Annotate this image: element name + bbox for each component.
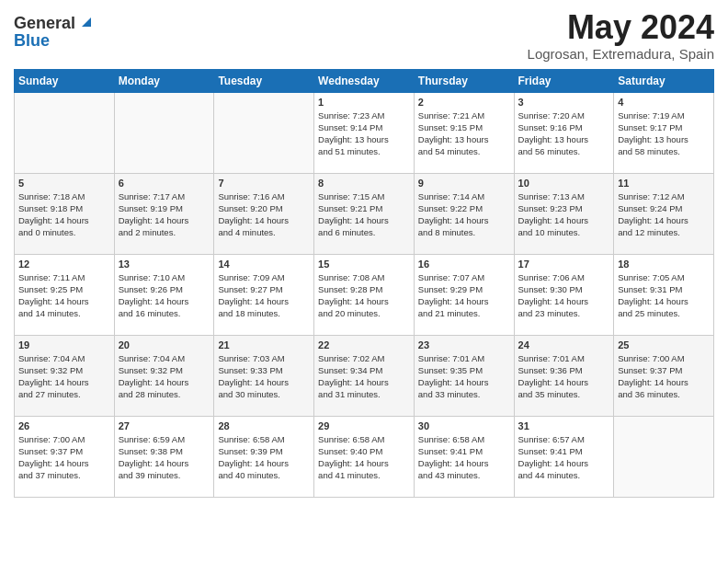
day-number: 7	[218, 178, 310, 189]
calendar-day-cell: 14Sunrise: 7:09 AM Sunset: 9:27 PM Dayli…	[214, 254, 314, 335]
day-number: 25	[618, 339, 710, 350]
day-number: 15	[318, 259, 410, 270]
calendar-day-cell: 2Sunrise: 7:21 AM Sunset: 9:15 PM Daylig…	[414, 92, 514, 173]
calendar-day-cell: 20Sunrise: 7:04 AM Sunset: 9:32 PM Dayli…	[114, 335, 214, 416]
logo-triangle-icon	[79, 14, 94, 29]
calendar-day-cell: 17Sunrise: 7:06 AM Sunset: 9:30 PM Dayli…	[514, 254, 614, 335]
calendar-header-row: SundayMondayTuesdayWednesdayThursdayFrid…	[15, 69, 714, 92]
calendar-day-cell: 27Sunrise: 6:59 AM Sunset: 9:38 PM Dayli…	[114, 416, 214, 497]
day-number: 13	[119, 259, 210, 270]
logo: General Blue	[14, 9, 94, 49]
day-number: 12	[18, 259, 110, 270]
calendar-day-cell: 7Sunrise: 7:16 AM Sunset: 9:20 PM Daylig…	[214, 173, 314, 254]
day-number: 21	[218, 339, 310, 350]
calendar-day-cell	[15, 92, 115, 173]
day-number: 16	[418, 259, 510, 270]
day-number: 31	[518, 420, 610, 431]
day-number: 20	[119, 339, 210, 350]
calendar-day-cell: 13Sunrise: 7:10 AM Sunset: 9:26 PM Dayli…	[114, 254, 214, 335]
day-info: Sunrise: 7:14 AM Sunset: 9:22 PM Dayligh…	[418, 190, 510, 239]
day-number: 24	[518, 339, 610, 350]
day-number: 8	[318, 178, 410, 189]
day-info: Sunrise: 7:19 AM Sunset: 9:17 PM Dayligh…	[618, 109, 710, 158]
day-of-week-header: Monday	[114, 69, 214, 92]
day-info: Sunrise: 6:58 AM Sunset: 9:41 PM Dayligh…	[418, 433, 510, 482]
day-number: 5	[18, 178, 110, 189]
calendar-day-cell: 15Sunrise: 7:08 AM Sunset: 9:28 PM Dayli…	[314, 254, 415, 335]
calendar-day-cell	[614, 416, 714, 497]
month-title: May 2024	[528, 9, 714, 46]
calendar-day-cell: 21Sunrise: 7:03 AM Sunset: 9:33 PM Dayli…	[214, 335, 314, 416]
day-number: 1	[318, 97, 410, 108]
day-number: 14	[218, 259, 310, 270]
calendar-day-cell: 4Sunrise: 7:19 AM Sunset: 9:17 PM Daylig…	[614, 92, 714, 173]
calendar-table: SundayMondayTuesdayWednesdayThursdayFrid…	[14, 69, 714, 498]
day-number: 2	[418, 97, 510, 108]
day-info: Sunrise: 7:07 AM Sunset: 9:29 PM Dayligh…	[418, 271, 510, 320]
day-info: Sunrise: 6:58 AM Sunset: 9:40 PM Dayligh…	[318, 433, 410, 482]
day-info: Sunrise: 7:10 AM Sunset: 9:26 PM Dayligh…	[119, 271, 210, 320]
calendar-day-cell: 11Sunrise: 7:12 AM Sunset: 9:24 PM Dayli…	[614, 173, 714, 254]
day-number: 10	[518, 178, 610, 189]
day-info: Sunrise: 7:09 AM Sunset: 9:27 PM Dayligh…	[218, 271, 310, 320]
day-info: Sunrise: 7:04 AM Sunset: 9:32 PM Dayligh…	[18, 352, 110, 401]
day-number: 30	[418, 420, 510, 431]
day-info: Sunrise: 7:05 AM Sunset: 9:31 PM Dayligh…	[618, 271, 710, 320]
day-number: 6	[119, 178, 210, 189]
calendar-day-cell: 9Sunrise: 7:14 AM Sunset: 9:22 PM Daylig…	[414, 173, 514, 254]
calendar-day-cell	[114, 92, 214, 173]
calendar-week-row: 1Sunrise: 7:23 AM Sunset: 9:14 PM Daylig…	[15, 92, 714, 173]
day-info: Sunrise: 7:11 AM Sunset: 9:25 PM Dayligh…	[18, 271, 110, 320]
day-info: Sunrise: 7:13 AM Sunset: 9:23 PM Dayligh…	[518, 190, 610, 239]
calendar-day-cell: 10Sunrise: 7:13 AM Sunset: 9:23 PM Dayli…	[514, 173, 614, 254]
day-number: 22	[318, 339, 410, 350]
day-info: Sunrise: 7:06 AM Sunset: 9:30 PM Dayligh…	[518, 271, 610, 320]
calendar-day-cell: 12Sunrise: 7:11 AM Sunset: 9:25 PM Dayli…	[15, 254, 115, 335]
day-number: 19	[18, 339, 110, 350]
calendar-day-cell: 16Sunrise: 7:07 AM Sunset: 9:29 PM Dayli…	[414, 254, 514, 335]
day-number: 26	[18, 420, 110, 431]
logo-blue-text: Blue	[14, 32, 50, 49]
calendar-day-cell: 3Sunrise: 7:20 AM Sunset: 9:16 PM Daylig…	[514, 92, 614, 173]
day-info: Sunrise: 7:21 AM Sunset: 9:15 PM Dayligh…	[418, 109, 510, 158]
day-info: Sunrise: 7:03 AM Sunset: 9:33 PM Dayligh…	[218, 352, 310, 401]
location-title: Logrosan, Extremadura, Spain	[528, 46, 714, 62]
calendar-day-cell: 28Sunrise: 6:58 AM Sunset: 9:39 PM Dayli…	[214, 416, 314, 497]
day-info: Sunrise: 7:16 AM Sunset: 9:20 PM Dayligh…	[218, 190, 310, 239]
day-info: Sunrise: 7:02 AM Sunset: 9:34 PM Dayligh…	[318, 352, 410, 401]
calendar-day-cell: 29Sunrise: 6:58 AM Sunset: 9:40 PM Dayli…	[314, 416, 415, 497]
calendar-day-cell: 19Sunrise: 7:04 AM Sunset: 9:32 PM Dayli…	[15, 335, 115, 416]
calendar-day-cell: 26Sunrise: 7:00 AM Sunset: 9:37 PM Dayli…	[15, 416, 115, 497]
calendar-week-row: 5Sunrise: 7:18 AM Sunset: 9:18 PM Daylig…	[15, 173, 714, 254]
day-info: Sunrise: 7:04 AM Sunset: 9:32 PM Dayligh…	[119, 352, 210, 401]
day-number: 3	[518, 97, 610, 108]
day-number: 28	[218, 420, 310, 431]
calendar-week-row: 19Sunrise: 7:04 AM Sunset: 9:32 PM Dayli…	[15, 335, 714, 416]
calendar-day-cell: 30Sunrise: 6:58 AM Sunset: 9:41 PM Dayli…	[414, 416, 514, 497]
day-info: Sunrise: 7:01 AM Sunset: 9:36 PM Dayligh…	[518, 352, 610, 401]
day-number: 23	[418, 339, 510, 350]
day-info: Sunrise: 6:58 AM Sunset: 9:39 PM Dayligh…	[218, 433, 310, 482]
day-of-week-header: Sunday	[15, 69, 115, 92]
day-info: Sunrise: 7:00 AM Sunset: 9:37 PM Dayligh…	[618, 352, 710, 401]
calendar-day-cell	[214, 92, 314, 173]
calendar-day-cell: 22Sunrise: 7:02 AM Sunset: 9:34 PM Dayli…	[314, 335, 415, 416]
day-info: Sunrise: 7:18 AM Sunset: 9:18 PM Dayligh…	[18, 190, 110, 239]
day-number: 18	[618, 259, 710, 270]
day-info: Sunrise: 6:59 AM Sunset: 9:38 PM Dayligh…	[119, 433, 210, 482]
header: General Blue May 2024 Logrosan, Extremad…	[14, 9, 714, 62]
day-number: 11	[618, 178, 710, 189]
day-of-week-header: Tuesday	[214, 69, 314, 92]
calendar-day-cell: 31Sunrise: 6:57 AM Sunset: 9:41 PM Dayli…	[514, 416, 614, 497]
logo-general-text: General	[14, 15, 75, 31]
day-number: 17	[518, 259, 610, 270]
day-number: 9	[418, 178, 510, 189]
day-info: Sunrise: 7:20 AM Sunset: 9:16 PM Dayligh…	[518, 109, 610, 158]
day-info: Sunrise: 7:15 AM Sunset: 9:21 PM Dayligh…	[318, 190, 410, 239]
calendar-week-row: 12Sunrise: 7:11 AM Sunset: 9:25 PM Dayli…	[15, 254, 714, 335]
calendar-day-cell: 25Sunrise: 7:00 AM Sunset: 9:37 PM Dayli…	[614, 335, 714, 416]
svg-marker-0	[82, 17, 91, 27]
day-number: 4	[618, 97, 710, 108]
calendar-day-cell: 5Sunrise: 7:18 AM Sunset: 9:18 PM Daylig…	[15, 173, 115, 254]
day-info: Sunrise: 7:00 AM Sunset: 9:37 PM Dayligh…	[18, 433, 110, 482]
